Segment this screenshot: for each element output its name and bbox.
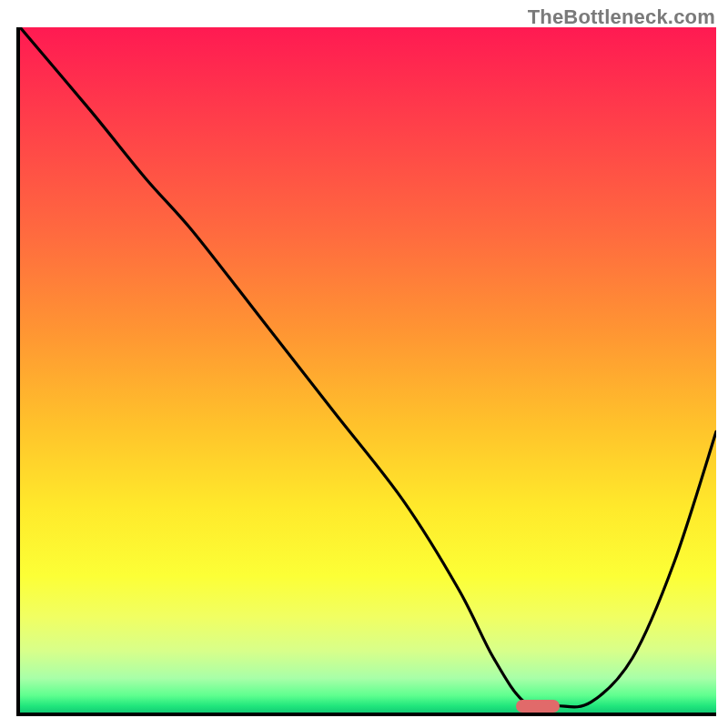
watermark-text: TheBottleneck.com [528,5,715,29]
chart-container: TheBottleneck.com [0,0,728,728]
plot-area [16,27,716,716]
optimum-marker [516,700,560,713]
bottleneck-curve [20,27,716,713]
